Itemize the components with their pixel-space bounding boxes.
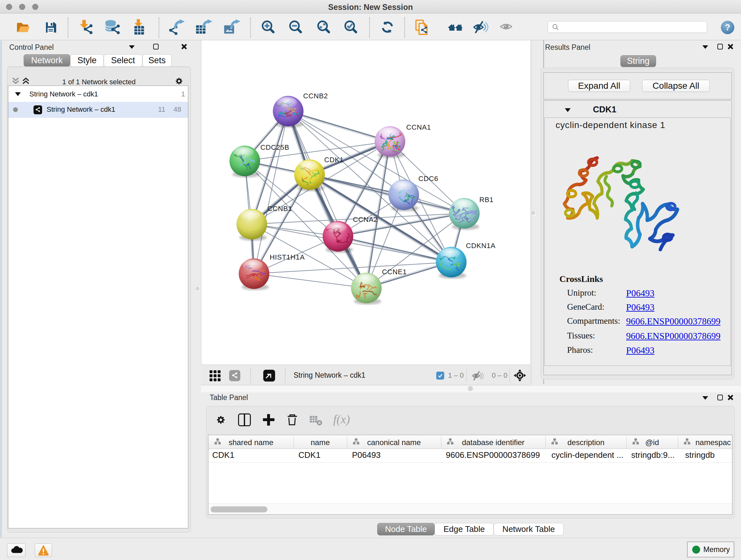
svg-text:?: ? xyxy=(725,23,731,32)
